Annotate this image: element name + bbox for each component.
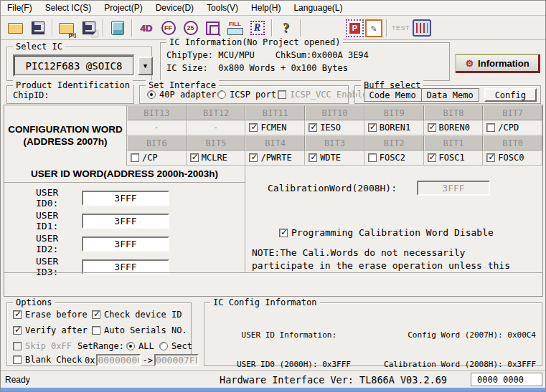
erase-before-checkbox[interactable]: [13, 310, 22, 319]
bit-cell-cpd[interactable]: /CPD: [483, 120, 542, 135]
check-device-id-checkbox[interactable]: [92, 310, 100, 319]
set-interface-group: Set Interface 40P adapter ICSP port ICSP…: [139, 85, 349, 104]
bit-checkbox-fosc2[interactable]: [368, 153, 377, 162]
bit-checkbox-fosc0[interactable]: [486, 153, 495, 162]
save-project-as-icon[interactable]: [78, 19, 99, 38]
radio-range-sect[interactable]: Sect: [159, 341, 192, 351]
chipid-label: ChipID:: [13, 90, 50, 100]
bit-checkbox-pwrte[interactable]: [249, 153, 258, 162]
erase-before-label: Erase before: [25, 310, 88, 320]
bit-cell-fosc0[interactable]: FOSC0: [483, 150, 542, 166]
bit-checkbox-ieso[interactable]: [309, 123, 317, 132]
bit-cell-fosc2[interactable]: FOSC2: [364, 150, 424, 166]
bit-checkbox-cp[interactable]: [131, 153, 139, 162]
bit-checkbox-cpd[interactable]: [486, 123, 495, 132]
bit-cell-pwrte[interactable]: /PWRTE: [245, 150, 305, 166]
menu-file[interactable]: File(F): [1, 1, 39, 15]
bit-cell-cp[interactable]: /CP: [127, 150, 187, 166]
calibration-panel: CalibrationWord(2008H): Programming Cali…: [246, 166, 542, 272]
menu-tools[interactable]: Tools(V): [200, 1, 245, 15]
menu-help[interactable]: Help(H): [245, 1, 287, 15]
blank-check-label: Blank Check: [25, 355, 82, 365]
checkbox-erase-before[interactable]: Erase before: [13, 310, 88, 320]
radio-icsp-circle[interactable]: [217, 90, 226, 99]
bit-checkbox-boren1[interactable]: [368, 123, 377, 132]
edit-buffer-icon[interactable]: ✎: [365, 19, 382, 37]
bit-header-bit6: BIT6: [127, 135, 187, 150]
bit-checkbox-mclre[interactable]: [190, 153, 199, 162]
calibration-disable-checkbox[interactable]: [279, 229, 288, 237]
bit-cell-boren1[interactable]: BOREN1: [364, 120, 424, 135]
logo-r-icon[interactable]: R: [247, 19, 268, 38]
tab-data-memo[interactable]: Data Memo: [422, 88, 479, 102]
range-sect-radio[interactable]: [159, 342, 168, 350]
user-id0-input[interactable]: [82, 191, 169, 206]
ic-size-line: IC Size: 0x800 Words + 0x100 Bytes: [166, 63, 348, 73]
calibration-note-line2: participate in the erase operation unles…: [252, 260, 510, 271]
bit-cell-boren0[interactable]: BOREN0: [424, 120, 484, 135]
bit-cell-mclre[interactable]: MCLRE: [187, 150, 246, 166]
checkbox-check-device-id[interactable]: Check device ID: [92, 310, 182, 320]
chksum-value: 0x000A 3E94: [311, 50, 368, 60]
checkbox-verify-after[interactable]: Verify after: [13, 325, 88, 335]
calibration-disable-row[interactable]: Programming Calibration Word Disable: [279, 227, 494, 238]
user-id1-input[interactable]: [82, 214, 169, 229]
bit-label: /PWRTE: [260, 153, 291, 163]
bit-cell-ieso[interactable]: IESO: [305, 120, 364, 135]
radio-range-all[interactable]: ALL: [126, 341, 154, 351]
radio-40p-adapter[interactable]: 40P adapter: [147, 90, 216, 100]
magnifier-ff-icon[interactable]: FF: [158, 19, 179, 38]
save-file-icon[interactable]: [27, 19, 48, 38]
bit-checkbox-fcmen[interactable]: [249, 123, 258, 132]
open-file-icon[interactable]: [5, 19, 26, 38]
skip-0xff-checkbox: [13, 342, 22, 350]
ic-config-info-title: IC Config Informaton: [210, 297, 320, 307]
bit-cell-fosc1[interactable]: FOSC1: [424, 150, 484, 166]
bit-header-bit2: BIT2: [364, 135, 424, 150]
tab-code-memo[interactable]: Code Memo: [364, 88, 422, 102]
menu-language[interactable]: Language(L): [287, 1, 349, 15]
verify-after-checkbox[interactable]: [13, 326, 22, 335]
radio-40p-circle[interactable]: [147, 90, 156, 99]
radio-icsp-port[interactable]: ICSP port: [217, 90, 276, 100]
bit-label: WDTE: [320, 153, 341, 163]
range-from-input: [96, 354, 141, 366]
chip-select-icon[interactable]: [202, 19, 223, 38]
help-icon[interactable]: ?: [276, 19, 296, 38]
range-all-radio[interactable]: [126, 342, 135, 350]
information-button[interactable]: ⚙ Information: [455, 54, 540, 72]
user-id1-label: USER ID1:: [36, 210, 58, 231]
bit-header-bit1: BIT1: [424, 135, 484, 150]
socket-chip-icon[interactable]: [413, 19, 431, 37]
user-id2-label: USER ID2:: [36, 233, 58, 254]
menu-select-ic[interactable]: Select IC(S): [39, 1, 98, 15]
set-range-label: SetRange:: [77, 341, 124, 351]
hardware-version: Hardware Interface Ver: TL866A V03.2.69: [220, 374, 447, 386]
tab-config[interactable]: Config: [484, 88, 537, 102]
fill-buffer-icon[interactable]: FILL: [225, 19, 245, 38]
bit-checkbox-boren0[interactable]: [428, 123, 436, 132]
menu-device[interactable]: Device(D): [149, 1, 200, 15]
checkbox-blank-check[interactable]: Blank Check: [13, 355, 82, 365]
bit-cell-fcmen[interactable]: FCMEN: [245, 120, 305, 135]
set-interface-title: Set Interface: [146, 80, 219, 90]
blank-check-checkbox[interactable]: [13, 355, 22, 364]
check-device-id-label: Check device ID: [104, 310, 182, 320]
calibration-disable-label: Programming Calibration Word Disable: [291, 227, 494, 238]
user-id2-input[interactable]: [82, 236, 169, 252]
chip-4d-icon[interactable]: 4D: [136, 19, 156, 38]
logo-r-icon-glyph: R: [250, 21, 265, 35]
bit-cell-wdte[interactable]: WDTE: [305, 150, 364, 166]
test-icon: TEST: [390, 19, 411, 38]
menu-project[interactable]: Project(P): [98, 1, 149, 15]
device-config-icon[interactable]: [107, 19, 128, 38]
auto-serials-checkbox[interactable]: [92, 326, 100, 335]
checkbox-auto-serials[interactable]: Auto Serials NO.: [92, 325, 187, 335]
bit-checkbox-wdte[interactable]: [309, 153, 317, 162]
bit-checkbox-fosc1[interactable]: [428, 153, 436, 162]
ic-combo-box[interactable]: PIC12F683 @SOIC8: [13, 54, 135, 77]
program-chip-icon[interactable]: P: [346, 19, 364, 37]
magnifier-25-icon[interactable]: 25: [180, 19, 201, 38]
ic-combo-dropdown-button[interactable]: ▼: [138, 57, 153, 75]
open-project-icon[interactable]: [56, 19, 77, 38]
